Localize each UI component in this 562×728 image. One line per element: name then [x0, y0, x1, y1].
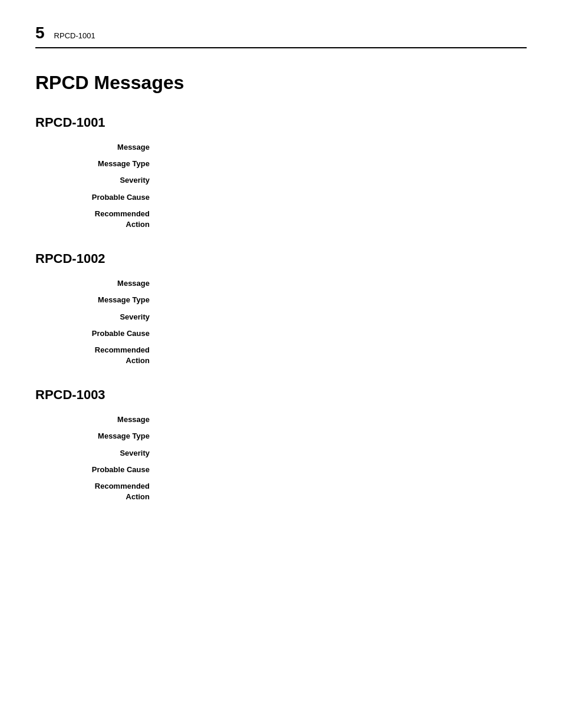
field-value [159, 209, 527, 230]
field-value [159, 328, 527, 339]
field-label: Message [35, 142, 159, 153]
field-row-rpcd-1003-3: Probable Cause [35, 465, 527, 475]
field-value [159, 295, 527, 305]
page-header: 5 RPCD-1001 [35, 24, 527, 48]
message-entry-rpcd-1002: RPCD-1002MessageMessage TypeSeverityProb… [35, 251, 527, 366]
field-value [159, 481, 527, 502]
field-row-rpcd-1002-2: Severity [35, 312, 527, 322]
message-entry-rpcd-1003: RPCD-1003MessageMessage TypeSeverityProb… [35, 387, 527, 502]
field-value [159, 192, 527, 203]
field-value [159, 278, 527, 289]
field-value [159, 175, 527, 186]
field-label: Message [35, 278, 159, 289]
message-entry-rpcd-1001: RPCD-1001MessageMessage TypeSeverityProb… [35, 115, 527, 230]
field-row-rpcd-1002-0: Message [35, 278, 527, 289]
field-value [159, 159, 527, 169]
field-label: Probable Cause [35, 465, 159, 475]
field-label: RecommendedAction [35, 209, 159, 230]
field-label: Probable Cause [35, 328, 159, 339]
field-row-rpcd-1001-4: RecommendedAction [35, 209, 527, 230]
field-value [159, 345, 527, 366]
field-value [159, 414, 527, 425]
field-value [159, 142, 527, 153]
field-row-rpcd-1003-4: RecommendedAction [35, 481, 527, 502]
field-row-rpcd-1002-3: Probable Cause [35, 328, 527, 339]
field-row-rpcd-1002-4: RecommendedAction [35, 345, 527, 366]
message-id-rpcd-1001: RPCD-1001 [35, 115, 527, 130]
field-row-rpcd-1001-1: Message Type [35, 159, 527, 169]
message-id-rpcd-1002: RPCD-1002 [35, 251, 527, 266]
field-row-rpcd-1001-3: Probable Cause [35, 192, 527, 203]
message-id-rpcd-1003: RPCD-1003 [35, 387, 527, 403]
field-value [159, 448, 527, 459]
field-label: Message Type [35, 159, 159, 169]
field-label: Message Type [35, 431, 159, 442]
field-label: Message [35, 414, 159, 425]
field-label: Probable Cause [35, 192, 159, 203]
page-number: 5 [35, 24, 45, 42]
field-row-rpcd-1001-2: Severity [35, 175, 527, 186]
chapter-title: RPCD Messages [35, 72, 527, 94]
field-label: Severity [35, 312, 159, 322]
field-row-rpcd-1003-2: Severity [35, 448, 527, 459]
field-value [159, 312, 527, 322]
messages-container: RPCD-1001MessageMessage TypeSeverityProb… [35, 115, 527, 502]
field-value [159, 465, 527, 475]
field-label: RecommendedAction [35, 345, 159, 366]
page-doc-id: RPCD-1001 [54, 31, 95, 40]
field-row-rpcd-1003-1: Message Type [35, 431, 527, 442]
field-row-rpcd-1001-0: Message [35, 142, 527, 153]
field-row-rpcd-1002-1: Message Type [35, 295, 527, 305]
field-label: Severity [35, 175, 159, 186]
field-row-rpcd-1003-0: Message [35, 414, 527, 425]
field-label: RecommendedAction [35, 481, 159, 502]
field-label: Message Type [35, 295, 159, 305]
field-label: Severity [35, 448, 159, 459]
field-value [159, 431, 527, 442]
